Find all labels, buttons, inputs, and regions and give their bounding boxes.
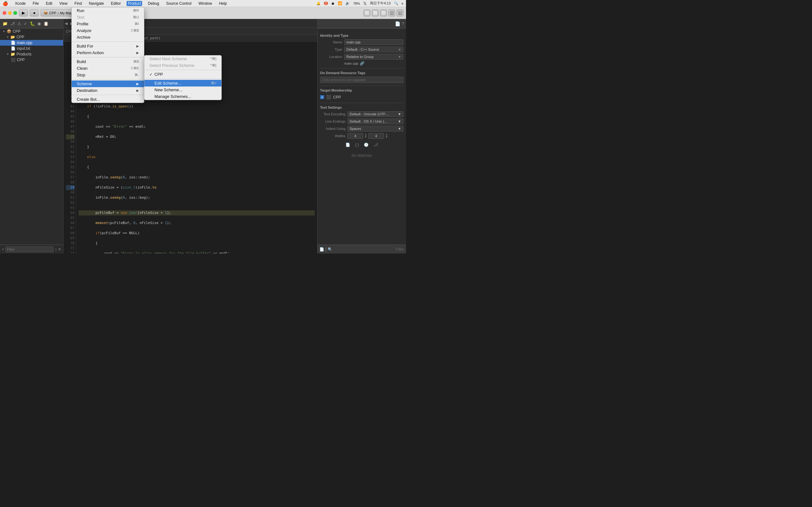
menu-clean[interactable]: Clean ⇧⌘K [72, 65, 144, 72]
menu-archive[interactable]: Archive [72, 34, 144, 41]
endings-select[interactable]: Default - OS X / Unix (... ▼ [347, 118, 403, 124]
tags-input[interactable]: Only resources are taggable [320, 77, 403, 83]
menu-stop[interactable]: Stop ⌘. [72, 72, 144, 78]
menubar-edit[interactable]: Edit [44, 1, 54, 6]
menu-build-for[interactable]: Build For ▶ [72, 43, 144, 49]
sidebar-item-main-cpp[interactable]: 📄 main.cpp [0, 40, 63, 46]
destination-name: My Mac [60, 11, 72, 15]
sidebar-toggle-btn[interactable]: 📁 [2, 20, 8, 26]
stop-button[interactable]: ■ [30, 9, 39, 16]
file-inspector-icon[interactable]: 📄 [345, 143, 350, 147]
inspector-icon[interactable]: 📄 [395, 21, 400, 26]
menu-create-bot[interactable]: Create Bot... [72, 96, 144, 103]
panel-right-button[interactable]: ⬜ [380, 9, 387, 16]
sidebar-debug-btn[interactable]: 🐛 [29, 20, 36, 26]
menu-run[interactable]: Run ⌘R [72, 7, 144, 14]
product-dropdown-menu[interactable]: Run ⌘R Test ⌘U Profile ⌘I Analyze ⇧⌘B Ar… [71, 7, 144, 103]
location-value[interactable]: Relative to Group ▼ [344, 54, 403, 60]
sidebar-breakpoints-btn[interactable]: ◉ [37, 20, 42, 26]
tab-width-stepper[interactable]: ▲ ▼ [364, 133, 367, 138]
type-value[interactable]: Default - C++ Source ▼ [344, 47, 403, 52]
menubar-file[interactable]: File [32, 1, 40, 6]
menu-scheme[interactable]: Scheme ▶ [72, 80, 144, 87]
panel-center-button[interactable]: ⬜ [372, 9, 379, 16]
folder-icon: 📂 [10, 35, 15, 39]
filter-clear-icon[interactable]: ✕ [58, 247, 61, 251]
menu-analyze[interactable]: Analyze ⇧⌘B [72, 27, 144, 34]
scheme-new[interactable]: New Scheme... [144, 87, 221, 93]
sidebar-issues-btn[interactable]: ⚠ [17, 20, 22, 26]
sidebar-item-products[interactable]: ▼ 📁 Products [0, 51, 63, 57]
membership-checkbox[interactable]: ✓ [320, 95, 324, 99]
menu-destination[interactable]: Destination ▶ [72, 87, 144, 94]
sidebar-item-cpp-group[interactable]: ▼ 📂 CPP [0, 34, 63, 40]
menubar-source-control[interactable]: Source Control [165, 1, 193, 6]
sidebar-vcs-btn[interactable]: ⎇ [9, 20, 15, 26]
menubar-logo: 𝕏 [363, 1, 367, 6]
help-icon[interactable]: ? [402, 21, 404, 26]
editor-layout-button[interactable]: ◫ [388, 9, 395, 16]
checkmark-icon: ✓ [149, 72, 154, 77]
add-file-icon[interactable]: + [2, 247, 4, 251]
sidebar-reports-btn[interactable]: 📋 [43, 20, 49, 26]
tab-width-input[interactable]: 4 [347, 133, 363, 139]
badge: 2 [324, 2, 328, 5]
scheme-edit[interactable]: Edit Scheme... ⌘< [144, 80, 221, 87]
maximize-button[interactable] [13, 11, 17, 15]
menubar-product[interactable]: Product [126, 1, 142, 6]
encoding-select[interactable]: Default - Unicode (UTF-... ▼ [347, 111, 403, 117]
sidebar-tests-btn[interactable]: ✓ [23, 20, 28, 26]
run-button[interactable]: ▶ [19, 9, 28, 16]
filter-options-icon[interactable]: ↕ [55, 247, 57, 251]
toolbar-right-controls: ⬜ ⬜ ⬜ ◫ ◱ [363, 9, 403, 16]
indent-width-stepper[interactable]: ▲ ▼ [386, 133, 388, 138]
sidebar-item-input-txt[interactable]: 📄 input.txt [0, 46, 63, 51]
indent-width-input[interactable]: 4 [368, 133, 384, 139]
type-field-row: Type Default - C++ Source ▼ [320, 47, 403, 52]
scheme-manage[interactable]: Manage Schemes... [144, 93, 221, 100]
scheme-submenu[interactable]: Select Next Scheme ^⌘] Select Previous S… [144, 55, 222, 100]
scheme-cpp-item[interactable]: ✓ CPP [144, 71, 221, 78]
screen-recorder-icon: ⏺ [331, 2, 335, 5]
menu-perform-action[interactable]: Perform Action ▶ [72, 49, 144, 56]
notification-icon[interactable]: 🔔 [316, 1, 321, 5]
shortcut-label: ⇧⌘K [131, 66, 139, 70]
minimize-button[interactable] [8, 11, 12, 15]
submenu-arrow-icon: ▶ [136, 44, 139, 48]
menubar-find[interactable]: Find [73, 1, 83, 6]
name-value[interactable]: main.cpp [344, 39, 403, 45]
menubar-view[interactable]: View [58, 1, 69, 6]
shortcut-label: ⇧⌘B [131, 29, 139, 33]
sidebar-toolbar: 📁 ⎇ ⚠ ✓ 🐛 ◉ 📋 [0, 19, 63, 29]
membership-label: CPP [333, 95, 341, 100]
git-icon[interactable]: ⎇ [374, 143, 378, 147]
products-icon: 📁 [10, 52, 15, 56]
indent-select[interactable]: Spaces ▼ [347, 126, 403, 131]
menubar-help[interactable]: Help [217, 1, 228, 6]
stepper-down-icon[interactable]: ▼ [386, 136, 388, 138]
filter-input[interactable] [5, 246, 54, 252]
sidebar-item-cpp-root[interactable]: ▼ 📦 CPP [0, 29, 63, 34]
nav-back[interactable]: ◀ [65, 21, 67, 26]
menubar-editor[interactable]: Editor [110, 1, 122, 6]
menubar-navigate[interactable]: Navigate [88, 1, 105, 6]
search-icon[interactable]: 🔍 [394, 1, 398, 5]
menubar-debug[interactable]: Debug [147, 1, 160, 6]
close-button[interactable] [3, 11, 6, 15]
filepath-icon[interactable]: 🔗 [360, 61, 364, 66]
menu-profile[interactable]: Profile ⌘I [72, 20, 144, 27]
history-icon[interactable]: 🕐 [364, 143, 368, 147]
stepper-down-icon[interactable]: ▼ [364, 136, 367, 138]
panel-left-button[interactable]: ⬜ [363, 9, 370, 16]
text-file-icon: 📄 [11, 46, 15, 51]
menu-build[interactable]: Build ⌘B [72, 58, 144, 65]
chevron-down-icon: ▼ [398, 48, 401, 51]
menubar-xcode[interactable]: Xcode [14, 1, 27, 6]
traffic-lights [3, 11, 17, 15]
membership-color-swatch: ⬛ [326, 95, 331, 100]
quick-help-icon[interactable]: { } [355, 143, 359, 147]
menubar-window[interactable]: Window [197, 1, 213, 6]
apple-menu[interactable]: 🍎 [3, 1, 8, 6]
assistant-button[interactable]: ◱ [397, 9, 403, 16]
sidebar-item-cpp-binary[interactable]: ⬛ CPP [0, 57, 63, 63]
